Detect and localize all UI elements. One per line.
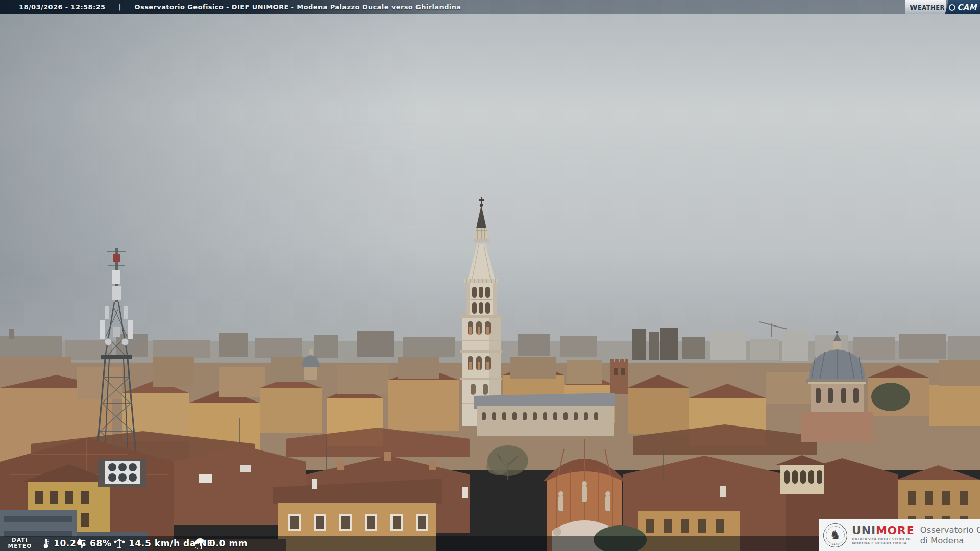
camera-title: Osservatorio Geofisico - DIEF UNIMORE - … bbox=[135, 3, 461, 11]
unimore-more: MORE bbox=[876, 524, 915, 537]
umbrella-icon bbox=[193, 537, 207, 550]
humidity-reading: 68% bbox=[75, 536, 112, 551]
timestamp: 18/03/2026 - 12:58:25 bbox=[19, 3, 105, 11]
unimore-uni: UNI bbox=[852, 524, 876, 537]
thermometer-icon bbox=[41, 537, 51, 550]
weathercam-cam-text: CAM bbox=[957, 3, 977, 12]
camera-lens-icon bbox=[949, 4, 955, 10]
rain-value: 0.0 mm bbox=[209, 538, 248, 548]
unimore-seal-icon: ♞ 1175 bbox=[823, 523, 847, 547]
webcam-frame: 18/03/2026 - 12:58:25 | Osservatorio Geo… bbox=[0, 0, 980, 551]
unimore-branding: ♞ 1175 UNIMORE UNIVERSITÀ DEGLI STUDI DI… bbox=[819, 519, 980, 551]
separator: | bbox=[118, 3, 121, 11]
title-bar: 18/03/2026 - 12:58:25 | Osservatorio Geo… bbox=[0, 0, 980, 14]
anemometer-icon bbox=[113, 537, 126, 550]
weathercam-logo: Weather CAM bbox=[905, 0, 980, 14]
meteo-label: DATI METEO bbox=[5, 537, 35, 549]
observatory-name: Osservatorio Geofisico di Modena bbox=[920, 524, 980, 546]
humidity-value: 68% bbox=[90, 538, 112, 548]
unimore-logotype: UNIMORE UNIVERSITÀ DEGLI STUDI DI MODENA… bbox=[852, 525, 915, 545]
weathercam-weather-text: Weather bbox=[910, 3, 945, 11]
rain-reading: 0.0 mm bbox=[193, 536, 248, 551]
atmosphere-haze bbox=[0, 0, 980, 551]
humidity-drops-icon bbox=[75, 537, 87, 549]
webcam-photo bbox=[0, 0, 980, 551]
